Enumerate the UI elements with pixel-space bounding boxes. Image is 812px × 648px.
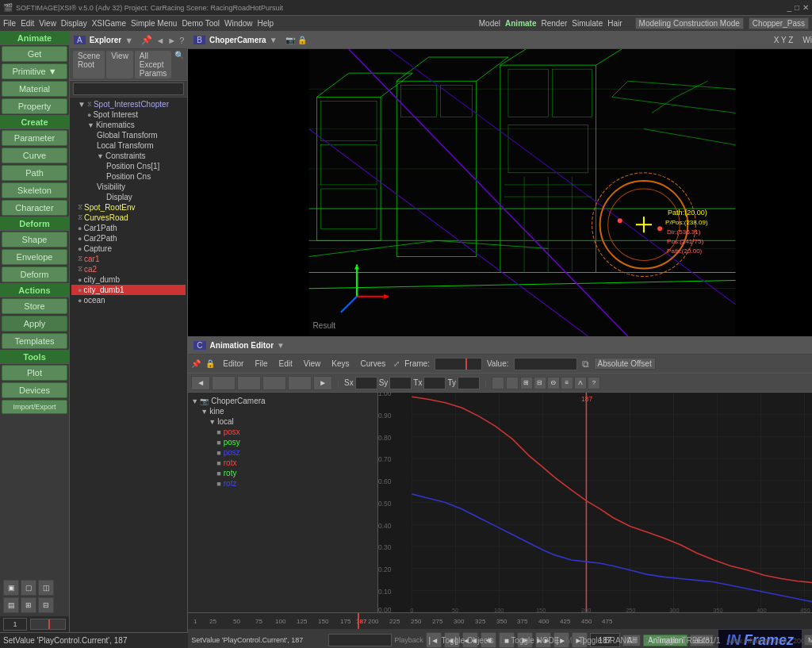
tree-item-spot-root-env[interactable]: ⧖ Spot_RootEnv bbox=[71, 202, 186, 213]
explorer-search-input[interactable] bbox=[73, 82, 184, 95]
anim-dropdown-icon[interactable]: ▼ bbox=[277, 341, 285, 350]
anim-tree-rotx[interactable]: ■ rotx bbox=[191, 458, 374, 468]
menu-display[interactable]: Display bbox=[61, 19, 87, 28]
plot-button[interactable]: Plot bbox=[2, 365, 67, 381]
anim-tree-roty[interactable]: ■ roty bbox=[191, 468, 374, 478]
tree-item-city-dumb1[interactable]: ● city_dumb1 bbox=[71, 285, 186, 295]
get-button[interactable]: Get bbox=[2, 46, 67, 62]
icon4[interactable]: ▤ bbox=[3, 597, 19, 613]
menu-curves[interactable]: Curves bbox=[358, 359, 389, 369]
menu-hair[interactable]: Hair bbox=[607, 19, 622, 28]
menu-file-anim[interactable]: File bbox=[251, 359, 270, 369]
menu-file[interactable]: File bbox=[3, 19, 16, 28]
anim-tree-posy[interactable]: ■ posy bbox=[191, 437, 374, 447]
tree-item-global-transform[interactable]: Global Transform bbox=[71, 130, 186, 140]
skeleton-button[interactable]: Skeleton bbox=[2, 182, 67, 198]
key-tool-1[interactable]: ◄ bbox=[191, 376, 210, 390]
toggle-tree[interactable]: Toggle TREE/31/1 bbox=[656, 636, 720, 645]
key-tool-2[interactable] bbox=[212, 376, 236, 390]
templates-button[interactable]: Templates bbox=[2, 333, 67, 349]
explorer-pin-icon[interactable]: 📌 bbox=[141, 35, 152, 45]
tree-item-visibility[interactable]: Visibility bbox=[71, 182, 186, 192]
tree-item-ocean[interactable]: ● ocean bbox=[71, 295, 186, 305]
tab-view[interactable]: View bbox=[106, 51, 133, 79]
anim-tree-posz[interactable]: ■ posz bbox=[191, 447, 374, 458]
curve-button[interactable]: Curve bbox=[2, 148, 67, 163]
explorer-dropdown-icon[interactable]: ▼ bbox=[124, 36, 133, 45]
explorer-nav-right-icon[interactable]: ► bbox=[167, 36, 176, 45]
tree-item-spot-interest[interactable]: ● Spot Interest bbox=[71, 109, 186, 120]
menu-animate[interactable]: Animate bbox=[505, 19, 536, 28]
tool4[interactable]: ≡ bbox=[561, 377, 573, 389]
icon1[interactable]: ▣ bbox=[3, 580, 19, 596]
sx-input[interactable] bbox=[355, 377, 377, 389]
menu-editor[interactable]: Editor bbox=[220, 359, 247, 369]
tool6[interactable]: ? bbox=[588, 377, 600, 389]
anim-tool-icon1[interactable]: ⧉ bbox=[582, 359, 589, 370]
window-controls[interactable]: _□✕ bbox=[787, 3, 809, 12]
tool2[interactable]: ⊟ bbox=[534, 377, 546, 389]
tree-item-capture[interactable]: ● Capture bbox=[71, 243, 186, 254]
anim-tree-local[interactable]: ▼ local bbox=[191, 416, 374, 427]
menu-view[interactable]: View bbox=[39, 19, 56, 28]
tree-item-car2path[interactable]: ● Car2Path bbox=[71, 233, 186, 243]
lock-icon[interactable]: 🔒 bbox=[297, 36, 307, 44]
explorer-filter-icon[interactable]: 🔍 bbox=[174, 51, 184, 79]
tree-item-car1path[interactable]: ● Car1Path bbox=[71, 223, 186, 233]
anim-tree-kine[interactable]: ▼ kine bbox=[191, 406, 374, 416]
key-tool-3[interactable] bbox=[237, 376, 261, 390]
import-export-button[interactable]: Import/Export bbox=[2, 400, 67, 414]
path-button[interactable]: Path bbox=[2, 165, 67, 181]
store-button[interactable]: Store bbox=[2, 298, 67, 314]
key-tool-4[interactable] bbox=[262, 376, 286, 390]
tool1[interactable]: ⊞ bbox=[520, 377, 533, 389]
tree-item-kinematics[interactable]: ▼ Kinematics bbox=[71, 120, 186, 130]
key-tool-6[interactable]: ► bbox=[313, 376, 332, 390]
anim-tree-posx[interactable]: ■ posx bbox=[191, 427, 374, 437]
viewport-canvas[interactable]: Path:(20.00) P/Pos:(238.09) Dir:(536.31)… bbox=[188, 49, 812, 336]
curve-tool-icon[interactable]: ⤢ bbox=[393, 359, 400, 368]
curve-editor[interactable]: 1.00 0.90 0.80 0.70 0.60 0.50 0.40 0.30 … bbox=[378, 393, 812, 612]
frame-start-input[interactable] bbox=[3, 618, 27, 631]
curve-point-tool[interactable] bbox=[492, 377, 504, 389]
apply-button[interactable]: Apply bbox=[2, 316, 67, 332]
explorer-help-icon[interactable]: ? bbox=[179, 36, 184, 45]
viewport-dropdown-icon[interactable]: ▼ bbox=[270, 36, 278, 44]
menu-window[interactable]: Window bbox=[224, 19, 253, 28]
tree-item-constraints[interactable]: ▼ Constraints bbox=[71, 151, 186, 161]
menu-edit-anim[interactable]: Edit bbox=[276, 359, 296, 369]
devices-button[interactable]: Devices bbox=[2, 382, 67, 398]
camera-icon[interactable]: 📷 bbox=[285, 36, 295, 44]
tree-item-local-transform[interactable]: Local Transform bbox=[71, 140, 186, 151]
tree-item-display[interactable]: Display bbox=[71, 192, 186, 202]
deform-button[interactable]: Deform bbox=[2, 266, 67, 282]
mode-dropdown[interactable]: Modeling Construction Mode bbox=[635, 17, 744, 29]
tab-scene-root[interactable]: Scene Root bbox=[73, 51, 105, 79]
curve-tangent-tool[interactable] bbox=[506, 377, 519, 389]
menu-edit[interactable]: Edit bbox=[21, 19, 34, 28]
pass-dropdown[interactable]: Chopper_Pass bbox=[749, 17, 809, 29]
timeline-ruler[interactable]: 1 25 50 75 100 125 150 175 187 200 225 2… bbox=[188, 613, 812, 629]
shape-button[interactable]: Shape bbox=[2, 232, 67, 247]
menu-help[interactable]: Help bbox=[258, 19, 274, 28]
icon6[interactable]: ⊟ bbox=[38, 597, 54, 613]
explorer-nav-left-icon[interactable]: ◄ bbox=[155, 36, 164, 45]
offset-dropdown[interactable]: Absolute Offset bbox=[594, 358, 656, 370]
primitive-button[interactable]: Primitive ▼ bbox=[2, 63, 67, 79]
ty-input[interactable] bbox=[458, 377, 480, 389]
anim-tree-root[interactable]: ▼ 📷 ChoperCamera bbox=[191, 396, 374, 406]
toggle-node[interactable]: Toggle NODE bbox=[511, 636, 559, 645]
menu-model[interactable]: Model bbox=[479, 19, 500, 28]
anim-pin-icon[interactable]: 📌 bbox=[191, 359, 201, 368]
tree-item-car1[interactable]: ⧖ car1 bbox=[71, 254, 186, 264]
value-input[interactable] bbox=[514, 358, 577, 370]
menu-keys[interactable]: Keys bbox=[328, 359, 352, 369]
tree-item-city-dumb[interactable]: ● city_dumb bbox=[71, 274, 186, 285]
toggle-objects[interactable]: Toggle Objects bbox=[442, 636, 494, 645]
tree-item-spot-interest-chopter[interactable]: ▼ ⧖ Spot_InterestChopter bbox=[71, 99, 186, 109]
tab-all-except-params[interactable]: All Except Params bbox=[135, 51, 171, 79]
tool5[interactable]: Λ bbox=[574, 377, 587, 389]
menu-render[interactable]: Render bbox=[541, 19, 567, 28]
icon2[interactable]: ▢ bbox=[21, 580, 36, 596]
parameter-button[interactable]: Parameter bbox=[2, 130, 67, 146]
